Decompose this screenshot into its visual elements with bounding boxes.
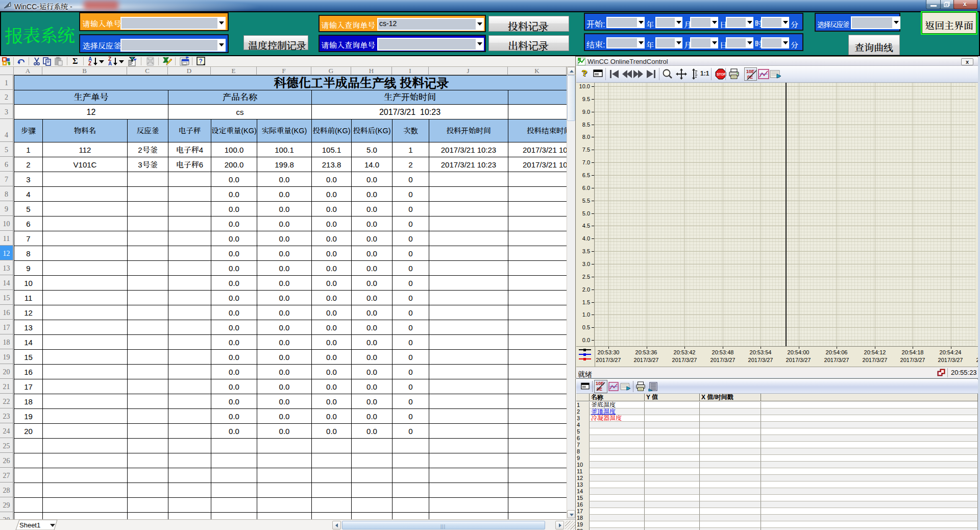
svg-text:...: ... (166, 63, 168, 66)
svg-text:STOP: STOP (717, 73, 726, 76)
svg-text:?: ? (199, 58, 203, 65)
